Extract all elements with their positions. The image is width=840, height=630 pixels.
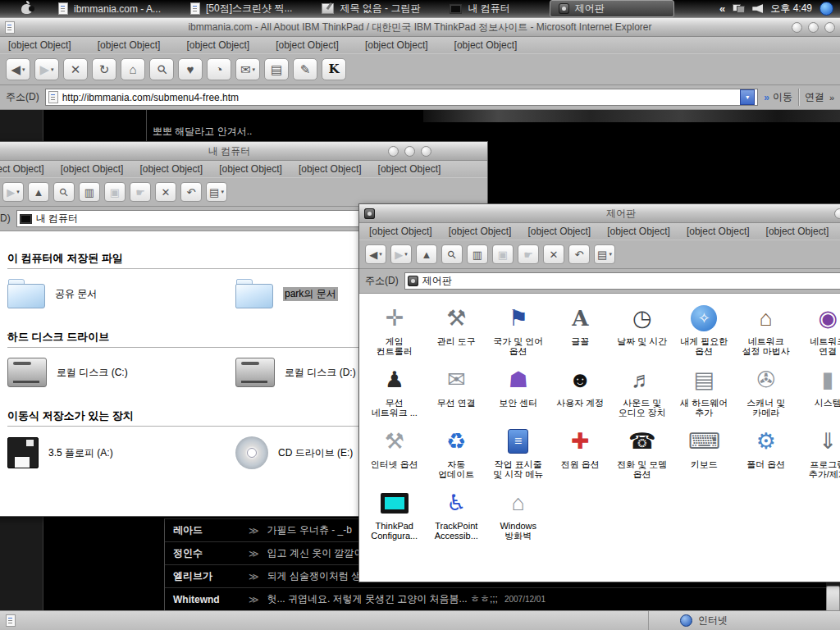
menu-item[interactable]: [object Object] xyxy=(361,226,441,237)
toolbar-button[interactable]: ✕ xyxy=(63,58,88,80)
tray-chevron-icon[interactable]: « xyxy=(719,2,725,15)
menu-item[interactable]: [object Object] xyxy=(131,163,211,175)
toolbar-button[interactable]: ▥ xyxy=(467,244,488,264)
taskbar-task[interactable]: [50점]스크린샷 찍... xyxy=(190,2,292,16)
taskbar-task[interactable]: 내 컴퓨터 xyxy=(450,2,509,16)
control-panel-applet[interactable]: ≡ 작업 표시줄 및 시작 메뉴 xyxy=(487,423,550,485)
toolbar-button[interactable]: ▤ ▾ xyxy=(206,182,227,202)
menu-item[interactable]: [object Object] xyxy=(519,226,599,237)
mc-titlebar[interactable]: 내 컴퓨터 xyxy=(0,142,487,161)
address-input[interactable]: http://ibmmania.com/submenu4-free.htm ▾ xyxy=(45,89,759,106)
toolbar-button[interactable]: ▣ xyxy=(104,182,126,202)
menu-item[interactable]: [object Object] xyxy=(0,163,52,175)
menu-item[interactable]: [object Object] xyxy=(448,39,537,51)
maximize-button[interactable] xyxy=(404,146,415,157)
address-input[interactable]: 제어판 xyxy=(404,272,840,290)
control-panel-applet[interactable]: ☗ 보안 센터 xyxy=(487,362,550,423)
menu-item[interactable]: [object Object] xyxy=(758,226,838,237)
explorer-item[interactable]: 로컬 디스크 (C:) xyxy=(7,358,235,387)
control-panel-applet[interactable]: ✇ 스캐너 및 카메라 xyxy=(735,362,797,423)
toolbar-button[interactable]: ▤ ▾ xyxy=(594,244,615,264)
links-button[interactable]: 연결 » xyxy=(805,90,834,104)
taskbar-task[interactable]: 제목 없음 - 그림판 xyxy=(322,2,420,16)
close-button[interactable] xyxy=(421,146,431,157)
toolbar-button[interactable]: ↶ xyxy=(180,182,202,202)
explorer-item[interactable]: 공유 문서 xyxy=(7,279,235,308)
menu-item[interactable]: [object Object] xyxy=(370,163,450,175)
cp-titlebar[interactable]: 제어판 xyxy=(359,204,840,223)
toolbar-button[interactable]: ▲ xyxy=(28,182,49,202)
toolbar-button[interactable]: ◔ xyxy=(207,58,231,80)
toolbar-button[interactable]: ♥ xyxy=(178,58,203,80)
control-panel-applet[interactable]: ⚑ 국가 및 언어 옵션 xyxy=(487,300,550,362)
control-panel-applet[interactable]: A 글꼴 xyxy=(550,300,612,362)
menu-item[interactable]: [object Object] xyxy=(678,226,758,237)
toolbar-button[interactable]: ◀ ▾ xyxy=(6,58,30,80)
menu-item[interactable]: [object Object] xyxy=(358,39,448,51)
control-panel-applet[interactable]: ⌨ 키보드 xyxy=(673,423,736,485)
toolbar-button[interactable]: ▣ xyxy=(492,244,514,264)
menu-item[interactable]: [object Object] xyxy=(290,163,370,175)
control-panel-applet[interactable]: ◉ 네트워크 연결 xyxy=(797,300,840,362)
comment-row[interactable]: Whitewnd ≫ 헛... 귀엽네요. 저렇게 못생긴 고양이 처음봄...… xyxy=(165,588,826,610)
menu-item[interactable]: [object Object] xyxy=(2,39,91,51)
control-panel-applet[interactable]: ▤ 새 하드웨어 추가 xyxy=(673,362,736,423)
taskbar-task[interactable]: ibmmania.com - A... xyxy=(58,2,161,15)
control-panel-applet[interactable]: ⚒ 관리 도구 xyxy=(426,300,488,362)
menu-item[interactable]: [object Object] xyxy=(441,226,520,237)
apple-menu-icon[interactable] xyxy=(21,4,32,14)
ie-titlebar[interactable]: ibmmania.com - All About IBM ThinkPad / … xyxy=(0,18,840,37)
toolbar-button[interactable]: ☛ xyxy=(130,182,151,202)
scrollbar-thumb[interactable] xyxy=(826,586,840,610)
control-panel-applet[interactable]: ⇓ 프로그램 추가/제거 xyxy=(797,423,840,485)
toolbar-button[interactable]: ☛ xyxy=(518,244,539,264)
control-panel-applet[interactable]: ▮ 시스템 xyxy=(797,362,840,423)
menu-item[interactable]: [object Object] xyxy=(269,39,358,51)
toolbar-button[interactable]: ▶ ▾ xyxy=(2,182,24,202)
control-panel-applet[interactable]: ☻ 사용자 계정 xyxy=(550,362,612,423)
toolbar-button[interactable]: ↻ xyxy=(92,58,116,80)
network-status-icon[interactable] xyxy=(733,4,745,13)
address-dropdown-button[interactable]: ▾ xyxy=(740,89,755,105)
toolbar-button[interactable]: ▤ xyxy=(264,58,289,80)
menu-item[interactable]: [object Object] xyxy=(211,163,290,175)
control-panel-applet[interactable]: ⌂ 네트워크 설정 마법사 xyxy=(735,300,797,362)
menu-item[interactable]: [object Object] xyxy=(91,39,180,51)
menu-item[interactable]: [object Object] xyxy=(180,39,269,51)
explorer-item[interactable]: 3.5 플로피 (A:) xyxy=(7,436,235,469)
menu-item[interactable]: [object Object] xyxy=(52,163,132,175)
toolbar-button[interactable]: ▥ xyxy=(79,182,100,202)
toolbar-button[interactable]: ⌂ xyxy=(121,58,145,80)
control-panel-applet[interactable]: ♿ TrackPoint Accessib... xyxy=(426,485,488,546)
toolbar-button[interactable]: ▶ ▾ xyxy=(34,58,59,80)
toolbar-button[interactable]: ✕ xyxy=(543,244,564,264)
toolbar-button[interactable]: K xyxy=(322,58,346,80)
toolbar-button[interactable]: ✎ xyxy=(293,58,317,80)
toolbar-button[interactable]: ⚲ xyxy=(441,244,463,264)
close-button[interactable] xyxy=(824,22,835,33)
go-button[interactable]: » 이동 xyxy=(764,90,792,104)
tray-app-icon[interactable] xyxy=(819,2,833,16)
control-panel-applet[interactable]: ☎ 전화 및 모뎀 옵션 xyxy=(611,423,673,485)
toolbar-button[interactable]: ⚲ xyxy=(53,182,75,202)
maximize-button[interactable] xyxy=(808,22,819,33)
control-panel-applet[interactable]: ⚙ 폴더 옵션 xyxy=(735,423,797,485)
control-panel-applet[interactable]: ♬ 사운드 및 오디오 장치 xyxy=(611,362,673,423)
menu-item[interactable]: [object Object] xyxy=(599,226,678,237)
toolbar-button[interactable]: ✉ ▾ xyxy=(235,58,260,80)
toolbar-button[interactable]: ⚲ xyxy=(149,58,174,80)
control-panel-applet[interactable]: ✧ 내게 필요한 옵션 xyxy=(673,300,736,362)
control-panel-applet[interactable]: ✛ 게임 컨트롤러 xyxy=(363,300,426,362)
control-panel-applet[interactable]: ✚ 전원 옵션 xyxy=(550,423,612,485)
control-panel-applet[interactable]: ⚒ 인터넷 옵션 xyxy=(363,423,426,485)
toolbar-button[interactable]: ✕ xyxy=(155,182,176,202)
minimize-button[interactable] xyxy=(834,208,840,219)
minimize-button[interactable] xyxy=(388,146,399,157)
toolbar-button[interactable]: ▲ xyxy=(416,244,437,264)
toolbar-button[interactable]: ▶ ▾ xyxy=(390,244,412,264)
minimize-button[interactable] xyxy=(792,22,802,33)
toolbar-button[interactable]: ◀ ▾ xyxy=(365,244,386,264)
toolbar-button[interactable]: ↶ xyxy=(568,244,590,264)
control-panel-applet[interactable]: ♟ 무선 네트워크 ... xyxy=(363,362,426,423)
taskbar-task[interactable]: 제어판 xyxy=(550,0,674,17)
